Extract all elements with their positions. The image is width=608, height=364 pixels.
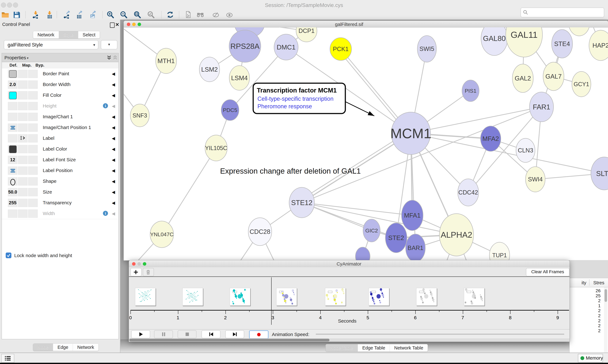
default-value-cell[interactable]: 255 xyxy=(8,199,17,207)
network-node-mth1[interactable]: MTH1 xyxy=(156,48,177,74)
window-zoom-icon[interactable] xyxy=(143,262,146,266)
table-row[interactable]: 1 xyxy=(569,303,601,308)
annotation-callout[interactable]: Transcription factor MCM1Cell-type-speci… xyxy=(253,83,374,116)
expand-left-icon[interactable]: ◀ xyxy=(112,200,115,205)
tab-network[interactable]: Network xyxy=(33,31,59,39)
mapping-cell[interactable] xyxy=(18,145,28,153)
network-node-cdc28[interactable]: CDC28 xyxy=(248,218,272,246)
network-node-dcp1[interactable]: DCP1 xyxy=(296,27,317,42)
window-close-icon[interactable] xyxy=(132,262,136,266)
property-row-shape[interactable]: Shape◀ xyxy=(2,176,118,187)
network-node-swi4[interactable]: SWI4 xyxy=(525,167,545,192)
frame-thumbnail-2[interactable] xyxy=(230,288,250,306)
window-zoom-icon[interactable] xyxy=(138,23,141,26)
skip-end-button[interactable] xyxy=(225,330,244,338)
zoom-selected-icon[interactable] xyxy=(147,11,155,19)
export-network-icon[interactable] xyxy=(63,11,71,19)
mapping-cell[interactable] xyxy=(18,199,28,207)
property-row-image-chart-1[interactable]: Image/Chart 1◀ xyxy=(2,111,118,122)
frame-thumbnail-1[interactable] xyxy=(182,288,203,306)
network-node-hap2[interactable]: HAP2 xyxy=(589,30,608,61)
mapping-cell[interactable] xyxy=(18,123,28,132)
network-canvas[interactable]: RPS28BDCP1RPS28ADMC1PCK1SWI5GAL80GAL11ST… xyxy=(124,27,608,260)
scrollbar-thumb[interactable] xyxy=(605,289,607,302)
show-all-icon[interactable] xyxy=(225,11,233,19)
zoom-fit-icon[interactable] xyxy=(133,11,141,19)
tab-node[interactable]: Node xyxy=(33,344,53,351)
style-options-button[interactable]: ▾ xyxy=(101,40,117,49)
mapping-cell[interactable] xyxy=(18,102,28,110)
default-value-cell[interactable]: 12 xyxy=(8,156,17,164)
network-node-lsm2[interactable]: LSM2 xyxy=(199,57,220,82)
node-table-scrollbar[interactable] xyxy=(604,287,608,352)
default-value-cell[interactable]: 2.0 xyxy=(8,80,17,89)
clone-network-icon[interactable] xyxy=(184,11,192,19)
annotation-link[interactable]: Pheromone response xyxy=(257,103,312,110)
info-icon[interactable]: i xyxy=(103,103,108,109)
mapping-cell[interactable] xyxy=(18,188,28,196)
timeline-scrollbar[interactable] xyxy=(129,338,569,342)
close-panel-icon[interactable]: ✕ xyxy=(115,22,119,27)
expand-left-icon[interactable]: ◀ xyxy=(112,71,115,76)
refresh-icon[interactable] xyxy=(166,11,174,19)
expand-left-icon[interactable]: ◀ xyxy=(112,104,115,109)
property-row-image-chart-position-1[interactable]: Image/Chart Position 1◀ xyxy=(2,122,118,133)
tab-node-table[interactable]: Node Table xyxy=(326,344,358,351)
annotation-link[interactable]: Cell-type-specific transcription xyxy=(257,95,333,102)
property-row-label-font-size[interactable]: 12Label Font Size◀ xyxy=(2,155,118,165)
style-selector[interactable]: galFiltered Style ▾ xyxy=(4,40,98,49)
record-button[interactable] xyxy=(249,330,269,339)
expand-left-icon[interactable]: ◀ xyxy=(112,211,115,216)
default-value-cell[interactable] xyxy=(8,209,17,218)
expand-left-icon[interactable]: ◀ xyxy=(112,179,115,184)
zoom-out-icon[interactable] xyxy=(120,11,128,19)
network-node-far1[interactable]: FAR1 xyxy=(529,92,553,122)
column-header[interactable]: ity xyxy=(571,280,586,286)
tab-edge-table[interactable]: Edge Table xyxy=(358,344,390,351)
bypass-cell[interactable] xyxy=(28,188,38,196)
mapping-cell[interactable] xyxy=(18,134,28,143)
column-divider[interactable] xyxy=(589,279,590,286)
expand-left-icon[interactable]: ◀ xyxy=(112,93,115,98)
mapping-cell[interactable] xyxy=(18,167,28,175)
memory-button[interactable]: Memory xyxy=(578,354,603,363)
frame-thumbnail-0[interactable] xyxy=(135,288,156,306)
info-icon[interactable]: i xyxy=(103,210,108,216)
window-minimize-icon[interactable] xyxy=(132,23,136,26)
default-value-cell[interactable] xyxy=(8,145,17,153)
play-button[interactable] xyxy=(131,330,150,338)
property-row-border-paint[interactable]: Border Paint◀ xyxy=(2,68,118,79)
frame-thumbnail-7[interactable] xyxy=(464,288,484,306)
add-frame-button[interactable] xyxy=(130,268,141,276)
import-network-icon[interactable] xyxy=(32,11,40,19)
network-node-bar1[interactable]: BAR1 xyxy=(406,234,425,260)
network-node-yil105c[interactable]: YIL105C xyxy=(205,135,227,161)
frame-thumbnail-5[interactable] xyxy=(369,288,389,306)
table-row[interactable]: 2 xyxy=(569,323,601,328)
bypass-cell[interactable] xyxy=(28,199,38,207)
expand-left-icon[interactable]: ◀ xyxy=(112,190,115,195)
default-value-cell[interactable] xyxy=(8,167,17,175)
network-node-ste2[interactable]: STE2 xyxy=(385,223,407,253)
expand-left-icon[interactable]: ◀ xyxy=(112,157,115,162)
mapping-cell[interactable] xyxy=(18,209,28,218)
import-table-icon[interactable] xyxy=(46,11,54,19)
network-node-mfa1[interactable]: MFA1 xyxy=(401,200,423,231)
table-row[interactable]: 25 xyxy=(569,293,601,298)
pause-button[interactable] xyxy=(154,330,173,338)
bypass-cell[interactable] xyxy=(28,70,38,78)
mapping-cell[interactable] xyxy=(18,70,28,78)
property-row-width[interactable]: Widthi◀ xyxy=(2,208,118,219)
default-value-cell[interactable]: 50.0 xyxy=(8,188,17,196)
network-node-pnode[interactable] xyxy=(356,247,370,260)
expand-left-icon[interactable]: ◀ xyxy=(112,125,115,130)
bypass-cell[interactable] xyxy=(28,80,38,89)
frame-thumbnail-3[interactable] xyxy=(276,288,297,306)
lock-size-checkbox[interactable] xyxy=(6,253,11,258)
bypass-cell[interactable] xyxy=(28,113,38,121)
network-node-lsm4[interactable]: LSM4 xyxy=(229,66,249,90)
network-node-pis1[interactable]: PIS1 xyxy=(462,80,479,102)
window-close-icon[interactable] xyxy=(127,23,130,26)
zoom-in-icon[interactable] xyxy=(106,11,114,19)
network-node-swi5[interactable]: SWI5 xyxy=(417,36,436,62)
